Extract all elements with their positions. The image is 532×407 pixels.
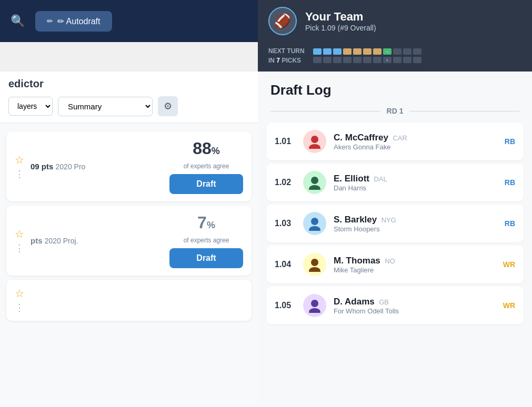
player-details: M. Thomas NO Mike Tagliere [334, 256, 491, 274]
player-details: D. Adams GB For Whom Odell Tolls [334, 297, 491, 315]
gear-icon: ⚙ [164, 100, 172, 112]
player-details: E. Elliott DAL Dan Harris [334, 174, 491, 192]
pick-dot-current: → [383, 48, 392, 55]
fantasy-team: Mike Tagliere [334, 266, 491, 274]
autodraft-button[interactable]: ✏ ✏ Autodraft [35, 11, 112, 32]
more-options-icon[interactable]: ⋮ [15, 242, 24, 254]
pick-dot [363, 57, 372, 63]
player-avatar [303, 294, 326, 317]
player-avatar [303, 130, 326, 153]
main-content: edictor layers Summary ⚙ ☆ ⋮ [0, 72, 532, 407]
pick-number: 1.05 [275, 301, 296, 310]
draft-pick-row: 1.05 D. Adams GB For Whom Odell Tolls WR [266, 287, 524, 324]
pick-dot [343, 57, 352, 63]
card-info: pts 2020 Proj. [31, 236, 163, 245]
filter-row: layers Summary ⚙ [0, 90, 258, 123]
more-options-icon[interactable]: ⋮ [15, 168, 24, 180]
next-turn-line2: IN [268, 57, 275, 64]
svg-point-5 [309, 226, 320, 231]
position-badge: RB [498, 137, 515, 146]
search-icon[interactable]: 🔍 [11, 14, 25, 28]
card-expert-section: 7% of experts agree Draft [169, 213, 243, 268]
player-name-row: E. Elliott DAL [334, 174, 491, 184]
predictor-label: edictor [8, 78, 44, 89]
player-name: S. Barkley [334, 215, 377, 225]
player-name-row: D. Adams GB [334, 297, 491, 307]
player-card: ☆ ⋮ pts 2020 Proj. 7% of experts agree D… [6, 206, 252, 276]
right-panel: Draft Log RD 1 1.01 C. McCaffrey CAR Ake… [258, 72, 532, 407]
card-info: 09 pts 2020 Pro [31, 162, 163, 171]
pick-dot [343, 48, 352, 55]
round-divider: RD 1 [258, 103, 532, 119]
round-label: RD 1 [387, 107, 404, 115]
pct-sign: % [212, 146, 220, 156]
draft-pick-list: 1.01 C. McCaffrey CAR Akers Gonna Fake R… [258, 119, 532, 407]
pick-dot [403, 57, 411, 63]
expert-label: of experts agree [184, 162, 229, 170]
player-card: ☆ ⋮ 09 pts 2020 Pro 88% of experts agree… [6, 131, 252, 201]
divider-line-right [409, 111, 519, 111]
draft-button[interactable]: Draft [169, 248, 243, 268]
pick-dot [393, 57, 401, 63]
card-expert-section: 88% of experts agree Draft [169, 139, 243, 194]
team-pick: Pick 1.09 (#9 Overall) [305, 24, 376, 32]
star-icon[interactable]: ☆ [15, 287, 24, 300]
star-icon[interactable]: ☆ [15, 228, 24, 240]
pick-dot [413, 57, 421, 63]
next-turn-section: NEXT TURN IN 7 PICKS → [258, 42, 532, 72]
pick-dots: → [313, 48, 421, 63]
card-actions: ☆ ⋮ [15, 287, 24, 313]
pick-number: 1.01 [275, 137, 296, 146]
draft-button[interactable]: Draft [169, 174, 243, 194]
pick-row-top: → [313, 48, 421, 55]
players-filter-select[interactable]: layers [8, 97, 53, 116]
player-name-row: C. McCaffrey CAR [334, 133, 491, 143]
fantasy-team: For Whom Odell Tolls [334, 307, 491, 315]
player-card: ☆ ⋮ [6, 280, 252, 321]
player-team: CAR [393, 134, 407, 142]
left-panel: edictor layers Summary ⚙ ☆ ⋮ [0, 72, 258, 407]
picks-count: 7 [276, 57, 280, 64]
player-team: DAL [374, 175, 387, 183]
pick-dot [323, 57, 332, 63]
autodraft-label: ✏ Autodraft [57, 16, 101, 26]
star-icon[interactable]: ☆ [15, 154, 24, 166]
expert-label: of experts agree [184, 237, 229, 244]
player-avatar [303, 253, 326, 276]
year-label: 2020 Pro [56, 162, 86, 171]
settings-gear-button[interactable]: ⚙ [158, 96, 178, 116]
summary-select[interactable]: Summary [58, 97, 153, 116]
card-actions: ☆ ⋮ [15, 228, 24, 254]
pts-value: pts [31, 236, 43, 245]
pick-dot [353, 57, 362, 63]
expert-pct-value: 88 [193, 139, 212, 158]
pts-value: 09 pts [31, 162, 53, 171]
svg-point-8 [311, 300, 318, 307]
player-name-row: S. Barkley NYG [334, 215, 491, 225]
fantasy-team: Akers Gonna Fake [334, 143, 491, 151]
player-details: C. McCaffrey CAR Akers Gonna Fake [334, 133, 491, 151]
player-name: D. Adams [334, 297, 375, 307]
player-details: S. Barkley NYG Storm Hoopers [334, 215, 491, 233]
next-turn-label: NEXT TURN IN 7 PICKS [268, 46, 305, 65]
svg-point-6 [311, 259, 318, 266]
pencil-icon: ✏ [47, 17, 53, 25]
player-name: C. McCaffrey [334, 133, 388, 143]
fantasy-team: Storm Hoopers [334, 225, 491, 233]
draft-pick-row: 1.02 E. Elliott DAL Dan Harris RB [266, 164, 524, 201]
svg-point-4 [311, 218, 318, 225]
divider-line-left [270, 111, 380, 111]
pick-row-bottom [313, 57, 421, 63]
expert-pct: 7% [197, 213, 215, 232]
more-options-icon[interactable]: ⋮ [15, 302, 24, 313]
pick-dot [313, 48, 322, 55]
svg-point-3 [309, 185, 320, 190]
pick-dot [373, 57, 382, 63]
pick-dot [413, 48, 421, 55]
draft-pick-row: 1.01 C. McCaffrey CAR Akers Gonna Fake R… [266, 123, 524, 160]
expert-pct-value: 7 [197, 213, 207, 232]
expert-pct: 88% [193, 139, 220, 158]
team-info: Your Team Pick 1.09 (#9 Overall) [305, 10, 376, 32]
card-actions: ☆ ⋮ [15, 154, 24, 180]
svg-point-2 [311, 177, 318, 184]
